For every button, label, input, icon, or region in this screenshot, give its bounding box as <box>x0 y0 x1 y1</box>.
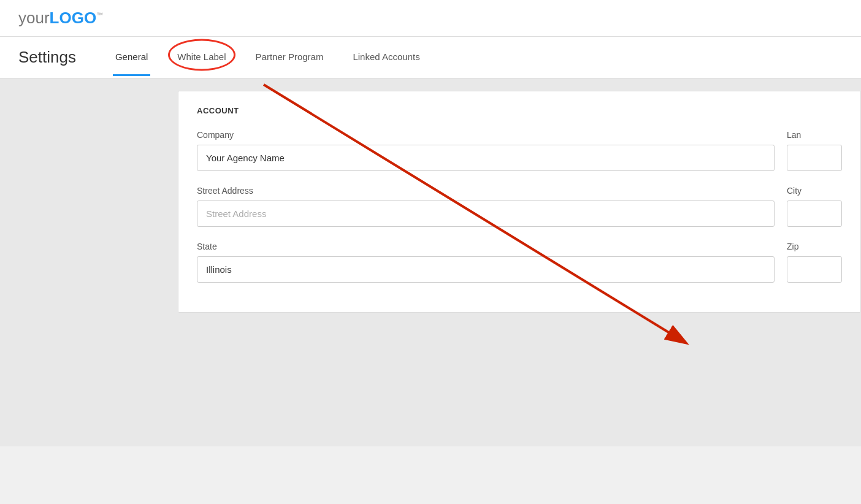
tab-partner-program[interactable]: Partner Program <box>253 39 326 76</box>
sidebar <box>0 78 178 446</box>
tab-white-label[interactable]: White Label <box>175 39 228 76</box>
content-area: ACCOUNT Company Lan Street Address <box>0 78 861 446</box>
city-group: City <box>787 186 842 227</box>
zip-input[interactable] <box>787 256 842 283</box>
main-content: ACCOUNT Company Lan Street Address <box>178 78 861 446</box>
logo-brand: LOGO <box>50 9 97 27</box>
state-group: State <box>197 242 775 283</box>
logo: yourLOGO™ <box>18 9 103 28</box>
nav-bar: Settings General White Label Partner Pro… <box>0 37 861 78</box>
company-row: Company Lan <box>197 130 842 171</box>
company-group: Company <box>197 130 775 171</box>
company-label: Company <box>197 130 775 140</box>
settings-title: Settings <box>18 37 76 78</box>
account-card: ACCOUNT Company Lan Street Address <box>178 91 861 313</box>
tab-linked-accounts[interactable]: Linked Accounts <box>350 39 422 76</box>
state-row: State Zip <box>197 242 842 283</box>
state-label: State <box>197 242 775 251</box>
street-address-group: Street Address <box>197 186 775 227</box>
logo-prefix: your <box>18 9 50 27</box>
language-group: Lan <box>787 130 842 171</box>
street-address-input[interactable] <box>197 200 775 227</box>
state-input[interactable] <box>197 256 775 283</box>
zip-group: Zip <box>787 242 842 283</box>
street-address-label: Street Address <box>197 186 775 196</box>
header: yourLOGO™ <box>0 0 861 37</box>
language-label: Lan <box>787 130 842 140</box>
street-address-row: Street Address City <box>197 186 842 227</box>
logo-trademark: ™ <box>96 11 103 18</box>
zip-label: Zip <box>787 242 842 251</box>
language-input[interactable] <box>787 145 842 171</box>
tab-general[interactable]: General <box>113 39 150 76</box>
section-title: ACCOUNT <box>197 106 842 115</box>
city-label: City <box>787 186 842 196</box>
company-input[interactable] <box>197 145 775 171</box>
city-input[interactable] <box>787 200 842 227</box>
